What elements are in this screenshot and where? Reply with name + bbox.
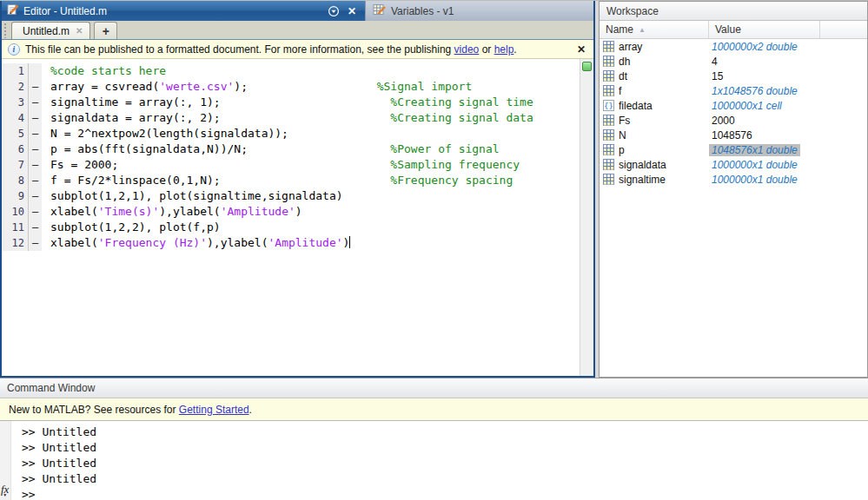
- variable-name[interactable]: N: [619, 129, 709, 141]
- code-line[interactable]: 11–subplot(1,2,2), plot(f,p): [2, 220, 580, 235]
- code-text[interactable]: Fs = 2000; %Sampling frequency: [42, 157, 520, 173]
- variable-name[interactable]: dt: [619, 70, 709, 82]
- code-line[interactable]: 4–signaldata = array(:, 2); %Creating si…: [2, 110, 580, 126]
- fx-function-hints-icon[interactable]: fx▼: [1, 485, 9, 497]
- breakpoint-gutter[interactable]: [29, 63, 42, 79]
- variable-value[interactable]: 15: [709, 70, 726, 82]
- breakpoint-dash[interactable]: –: [29, 220, 42, 235]
- workspace-row[interactable]: N1048576: [600, 128, 867, 142]
- code-text[interactable]: N = 2^nextpow2(length(signaldata));: [42, 126, 288, 141]
- variable-value[interactable]: 1x1048576 double: [709, 85, 800, 97]
- workspace-row[interactable]: signaldata1000000x1 double: [600, 157, 867, 172]
- code-text[interactable]: subplot(1,2,2), plot(f,p): [42, 220, 221, 235]
- workspace-titlebar[interactable]: Workspace: [600, 2, 867, 21]
- matlab-desktop: Editor - Untitled.m ✕: [0, 0, 868, 500]
- workspace-row[interactable]: array1000000x2 double: [600, 39, 867, 54]
- code-line[interactable]: 10–xlabel('Time(s)'),ylabel('Amplitude'): [2, 204, 580, 220]
- breakpoint-dash[interactable]: –: [29, 79, 42, 95]
- code-line[interactable]: 3–signaltime = array(:, 1); %Creating si…: [2, 95, 580, 110]
- variable-name[interactable]: signaltime: [619, 174, 709, 186]
- breakpoint-dash[interactable]: –: [29, 95, 42, 110]
- code-line[interactable]: 7–Fs = 2000; %Sampling frequency: [2, 157, 580, 173]
- editor-title: Editor - Untitled.m: [23, 5, 323, 17]
- variable-value[interactable]: 1000000x1 cell: [709, 100, 785, 112]
- code-line[interactable]: 2–array = csvread('werte.csv'); %Signal …: [2, 79, 580, 95]
- editor-title-tab[interactable]: Editor - Untitled.m ✕: [2, 1, 365, 21]
- variable-name[interactable]: f: [619, 85, 709, 97]
- command-window-titlebar[interactable]: Command Window: [0, 378, 868, 398]
- numeric-array-icon: [603, 41, 614, 52]
- workspace-row[interactable]: {}filedata1000000x1 cell: [600, 98, 867, 113]
- line-number: 3: [2, 95, 29, 110]
- column-header-value[interactable]: Value: [709, 21, 820, 38]
- command-history-line: >> Untitled: [22, 471, 96, 487]
- command-history[interactable]: >> Untitled>> Untitled>> Untitled>> Unti…: [11, 421, 96, 500]
- breakpoint-dash[interactable]: –: [29, 188, 42, 204]
- tab-untitled[interactable]: Untitled.m ✕: [11, 22, 90, 39]
- editor-menu-icon[interactable]: [328, 5, 340, 17]
- code-line[interactable]: 8–f = Fs/2*linspace(0,1,N); %Frequency s…: [2, 173, 580, 188]
- workspace-row[interactable]: signaltime1000000x1 double: [600, 172, 867, 187]
- breakpoint-dash[interactable]: –: [29, 110, 42, 126]
- drag-handle[interactable]: [3, 23, 8, 38]
- numeric-array-icon: [603, 159, 614, 170]
- variable-value[interactable]: 1000000x1 double: [709, 159, 800, 171]
- variable-name[interactable]: Fs: [619, 115, 709, 127]
- command-history-line: >> Untitled: [22, 440, 96, 456]
- code-text[interactable]: signaldata = array(:, 2); %Creating sign…: [42, 110, 533, 126]
- code-text[interactable]: p = abs(fft(signaldata,N))/N; %Power of …: [42, 141, 500, 157]
- editor-close-icon[interactable]: ✕: [344, 5, 360, 17]
- variables-tab[interactable]: Variables - v1: [365, 1, 593, 21]
- breakpoint-dash[interactable]: –: [29, 235, 42, 251]
- variable-value[interactable]: 4: [709, 56, 720, 68]
- variable-value[interactable]: 2000: [709, 115, 738, 127]
- variable-value[interactable]: 1000000x2 double: [709, 41, 800, 53]
- variable-name[interactable]: filedata: [619, 100, 709, 112]
- line-number: 1: [2, 63, 29, 79]
- variable-value[interactable]: 1048576x1 double: [709, 144, 800, 156]
- code-line[interactable]: 6–p = abs(fft(signaldata,N))/N; %Power o…: [2, 141, 580, 157]
- video-link[interactable]: video: [454, 43, 480, 56]
- code-analyzer-status-icon[interactable]: [582, 62, 592, 71]
- workspace-row[interactable]: p1048576x1 double: [600, 142, 867, 157]
- new-tab-button[interactable]: +: [94, 22, 117, 39]
- breakpoint-dash[interactable]: –: [29, 141, 42, 157]
- workspace-row[interactable]: dt15: [600, 69, 867, 83]
- tab-close-icon[interactable]: ✕: [76, 26, 83, 36]
- code-line[interactable]: 1%code starts here: [2, 63, 580, 79]
- variable-value[interactable]: 1000000x1 double: [709, 174, 800, 186]
- command-prompt[interactable]: >>: [22, 487, 96, 500]
- code-editor[interactable]: 1%code starts here2–array = csvread('wer…: [2, 59, 593, 376]
- column-header-name[interactable]: Name ▲: [600, 21, 709, 38]
- workspace-row[interactable]: dh4: [600, 54, 867, 69]
- command-window-body[interactable]: fx▼ >> Untitled>> Untitled>> Untitled>> …: [0, 421, 868, 500]
- code-text[interactable]: subplot(1,2,1), plot(signaltime,signalda…: [42, 188, 343, 204]
- code-line[interactable]: 5–N = 2^nextpow2(length(signaldata));: [2, 126, 580, 141]
- code-text[interactable]: %code starts here: [42, 63, 166, 79]
- variable-name[interactable]: signaldata: [619, 159, 709, 171]
- getting-started-link[interactable]: Getting Started: [179, 404, 249, 416]
- breakpoint-dash[interactable]: –: [29, 157, 42, 173]
- variable-value[interactable]: 1048576: [709, 129, 755, 141]
- variable-name[interactable]: array: [619, 41, 709, 53]
- code-lines[interactable]: 1%code starts here2–array = csvread('wer…: [2, 59, 580, 376]
- breakpoint-dash[interactable]: –: [29, 126, 42, 141]
- workspace-row[interactable]: f1x1048576 double: [600, 83, 867, 98]
- code-line[interactable]: 9–subplot(1,2,1), plot(signaltime,signal…: [2, 188, 580, 204]
- code-line[interactable]: 12–xlabel('Frequency (Hz)'),ylabel('Ampl…: [2, 235, 580, 251]
- code-text[interactable]: array = csvread('werte.csv'); %Signal im…: [42, 79, 472, 95]
- variable-name[interactable]: dh: [619, 56, 709, 68]
- breakpoint-dash[interactable]: –: [29, 204, 42, 220]
- workspace-row[interactable]: Fs2000: [600, 113, 867, 128]
- breakpoint-dash[interactable]: –: [29, 173, 42, 188]
- svg-text:{}: {}: [604, 102, 613, 110]
- publish-message: This file can be published to a formatte…: [25, 43, 570, 56]
- help-link[interactable]: help: [494, 43, 514, 56]
- infobar-close-icon[interactable]: ✕: [575, 43, 587, 56]
- code-text[interactable]: xlabel('Time(s)'),ylabel('Amplitude'): [42, 204, 302, 220]
- code-text[interactable]: signaltime = array(:, 1); %Creating sign…: [42, 95, 533, 110]
- editor-pencil-icon: [7, 3, 19, 18]
- code-text[interactable]: f = Fs/2*linspace(0,1,N); %Frequency spa…: [42, 173, 513, 188]
- code-text[interactable]: xlabel('Frequency (Hz)'),ylabel('Amplitu…: [42, 235, 350, 251]
- variable-name[interactable]: p: [619, 144, 709, 156]
